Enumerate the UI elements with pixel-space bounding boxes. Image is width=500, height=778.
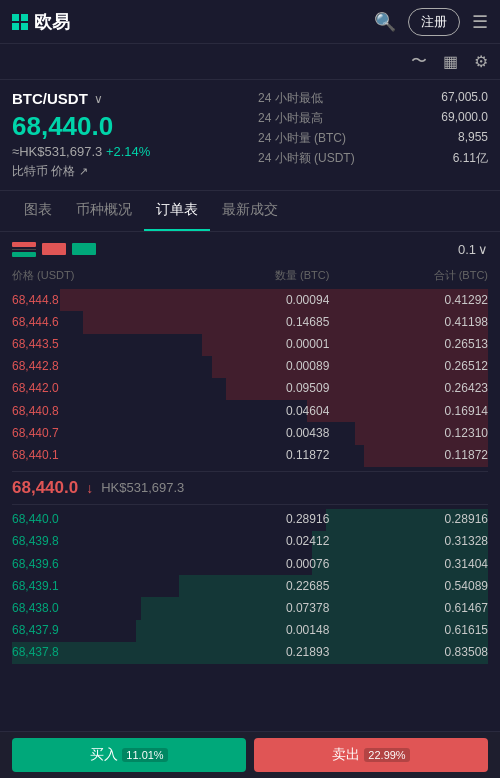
ask-price: 68,443.5 [12, 335, 171, 354]
asks-list: 68,444.8 0.00094 0.41292 68,444.6 0.1468… [12, 289, 488, 467]
ask-qty: 0.04604 [171, 402, 330, 421]
ask-qty: 0.00438 [171, 424, 330, 443]
stat-value: 8,955 [458, 130, 488, 147]
tab-订单表[interactable]: 订单表 [144, 191, 210, 231]
bid-qty: 0.22685 [171, 577, 330, 596]
hk-price-value: ≈HK$531,697.3 [12, 144, 102, 159]
tab-币种概况[interactable]: 币种概况 [64, 191, 144, 231]
bid-row[interactable]: 68,439.8 0.02412 0.31328 [12, 531, 488, 553]
sub-header: 〜 ▦ ⚙ [0, 44, 500, 80]
ask-price: 68,440.7 [12, 424, 171, 443]
register-button[interactable]: 注册 [408, 8, 460, 36]
ask-total: 0.26512 [329, 357, 488, 376]
bid-row[interactable]: 68,439.6 0.00076 0.31404 [12, 553, 488, 575]
pair-name: BTC/USDT [12, 90, 88, 107]
bid-qty: 0.00148 [171, 621, 330, 640]
stat-value: 69,000.0 [441, 110, 488, 127]
sell-label: 卖出 [332, 746, 360, 764]
tab-bar: 图表币种概况订单表最新成交 [0, 191, 500, 232]
ask-qty: 0.00094 [171, 291, 330, 310]
header: 欧易 🔍 注册 ☰ [0, 0, 500, 44]
bid-total: 0.61615 [329, 621, 488, 640]
ask-row[interactable]: 68,442.8 0.00089 0.26512 [12, 356, 488, 378]
stat-label: 24 小时量 (BTC) [258, 130, 346, 147]
price-stats: 24 小时最低67,005.024 小时最高69,000.024 小时量 (BT… [258, 90, 488, 180]
current-price: 68,440.0 [12, 478, 78, 498]
bids-list: 68,440.0 0.28916 0.28916 68,439.8 0.0241… [12, 509, 488, 664]
ask-total: 0.11872 [329, 446, 488, 465]
col-header: 价格 (USDT) [12, 268, 171, 283]
pair-dropdown-icon[interactable]: ∨ [94, 92, 103, 106]
bid-total: 0.54089 [329, 577, 488, 596]
view-toggle: 0.1 ∨ [12, 240, 488, 258]
ask-row[interactable]: 68,443.5 0.00001 0.26513 [12, 334, 488, 356]
view-both-icon[interactable] [12, 240, 36, 258]
col-header: 合计 (BTC) [329, 268, 488, 283]
logo: 欧易 [12, 10, 70, 34]
stat-row: 24 小时额 (USDT)6.11亿 [258, 150, 488, 167]
precision-selector[interactable]: 0.1 ∨ [458, 242, 488, 257]
ask-total: 0.41198 [329, 313, 488, 332]
ask-qty: 0.00001 [171, 335, 330, 354]
stat-row: 24 小时最高69,000.0 [258, 110, 488, 127]
ask-total: 0.41292 [329, 291, 488, 310]
logo-label: 欧易 [34, 10, 70, 34]
bid-price: 68,437.8 [12, 643, 171, 662]
ask-row[interactable]: 68,442.0 0.09509 0.26423 [12, 378, 488, 400]
bid-price: 68,440.0 [12, 510, 171, 529]
ask-price: 68,444.6 [12, 313, 171, 332]
bid-row[interactable]: 68,440.0 0.28916 0.28916 [12, 509, 488, 531]
bid-qty: 0.00076 [171, 555, 330, 574]
buy-label: 买入 [90, 746, 118, 764]
tab-最新成交[interactable]: 最新成交 [210, 191, 290, 231]
view-asks-only-icon[interactable] [42, 240, 66, 258]
logo-icon [12, 14, 28, 30]
ask-price: 68,442.8 [12, 357, 171, 376]
col-header: 数量 (BTC) [171, 268, 330, 283]
price-change: +2.14% [106, 144, 150, 159]
ask-row[interactable]: 68,440.7 0.00438 0.12310 [12, 422, 488, 444]
bid-qty: 0.02412 [171, 532, 330, 551]
tab-图表[interactable]: 图表 [12, 191, 64, 231]
bid-row[interactable]: 68,437.8 0.21893 0.83508 [12, 642, 488, 664]
bid-price: 68,438.0 [12, 599, 171, 618]
sell-button[interactable]: 卖出 22.99% [254, 738, 488, 772]
bid-price: 68,439.8 [12, 532, 171, 551]
chart-line-icon[interactable]: 〜 [411, 51, 427, 72]
bid-total: 0.83508 [329, 643, 488, 662]
view-bids-only-icon[interactable] [72, 240, 96, 258]
pair-row: BTC/USDT ∨ [12, 90, 242, 107]
stat-row: 24 小时量 (BTC)8,955 [258, 130, 488, 147]
bid-row[interactable]: 68,439.1 0.22685 0.54089 [12, 575, 488, 597]
search-icon[interactable]: 🔍 [374, 11, 396, 33]
ask-qty: 0.09509 [171, 379, 330, 398]
ask-row[interactable]: 68,440.1 0.11872 0.11872 [12, 445, 488, 467]
main-price: 68,440.0 [12, 111, 242, 142]
menu-icon[interactable]: ☰ [472, 11, 488, 33]
ask-total: 0.12310 [329, 424, 488, 443]
bid-row[interactable]: 68,437.9 0.00148 0.61615 [12, 620, 488, 642]
precision-value: 0.1 [458, 242, 476, 257]
bid-price: 68,439.6 [12, 555, 171, 574]
ask-row[interactable]: 68,444.6 0.14685 0.41198 [12, 311, 488, 333]
stat-row: 24 小时最低67,005.0 [258, 90, 488, 107]
coin-label: 比特币 价格 ↗ [12, 163, 242, 180]
price-left: BTC/USDT ∨ 68,440.0 ≈HK$531,697.3 +2.14%… [12, 90, 242, 180]
ask-qty: 0.14685 [171, 313, 330, 332]
stat-label: 24 小时额 (USDT) [258, 150, 355, 167]
card-icon[interactable]: ▦ [443, 52, 458, 71]
settings-icon[interactable]: ⚙ [474, 52, 488, 71]
precision-dropdown-icon: ∨ [478, 242, 488, 257]
bid-row[interactable]: 68,438.0 0.07378 0.61467 [12, 597, 488, 619]
bid-total: 0.31328 [329, 532, 488, 551]
price-section: BTC/USDT ∨ 68,440.0 ≈HK$531,697.3 +2.14%… [0, 80, 500, 191]
ask-total: 0.26513 [329, 335, 488, 354]
header-actions: 🔍 注册 ☰ [374, 8, 488, 36]
ask-price: 68,444.8 [12, 291, 171, 310]
current-hk-price: HK$531,697.3 [101, 480, 184, 495]
sell-percent: 22.99% [364, 748, 409, 762]
external-link-icon[interactable]: ↗ [79, 165, 88, 178]
ask-row[interactable]: 68,444.8 0.00094 0.41292 [12, 289, 488, 311]
buy-button[interactable]: 买入 11.01% [12, 738, 246, 772]
ask-row[interactable]: 68,440.8 0.04604 0.16914 [12, 400, 488, 422]
